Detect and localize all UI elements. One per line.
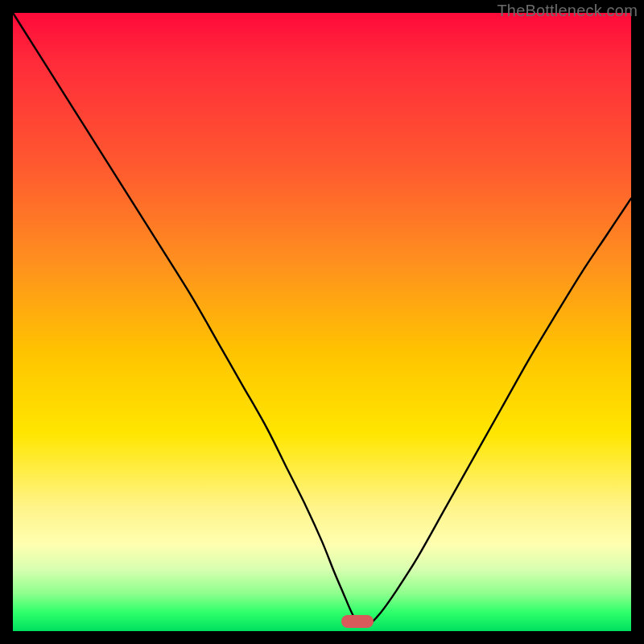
curve-layer [13,13,631,631]
plot-area [13,13,631,631]
dip-marker [341,615,374,628]
chart-frame: TheBottleneck.com [0,0,644,644]
bottleneck-curve [13,13,631,626]
watermark-text: TheBottleneck.com [497,2,638,20]
